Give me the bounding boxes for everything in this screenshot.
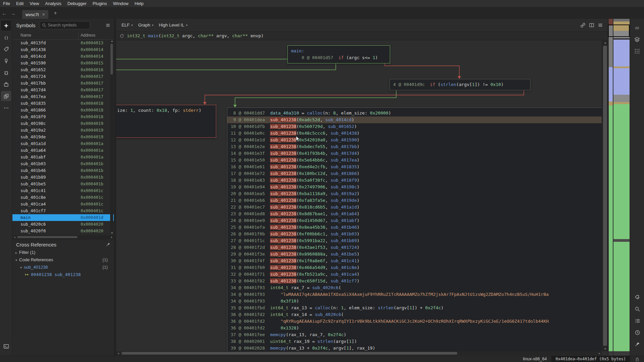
graph-node-main-block[interactable]: 8 @ 00401dd7 data_40a310 = calloc(n: 8, … [227,107,602,351]
hlil-line[interactable]: 20 @ 00401ea5 sub_401238(0xba1116a9, sub… [231,190,600,197]
hlil-line[interactable]: 13 @ 00401e2e sub_401238(0xbdecfe55, sub… [231,143,600,150]
close-icon[interactable]: × [42,12,45,17]
tree-caret-icon[interactable]: ▸ [15,251,17,255]
graph-canvas[interactable]: main: 0 @ 00401d57 if (argc s<= 1) 4 @ 0… [116,40,602,351]
hlil-line[interactable]: 36 @ 00401fd2 int64_t rax_14 = sub_4020c… [231,311,600,318]
feature-map-segment[interactable] [613,95,630,102]
more-icon[interactable] [1,103,11,113]
hlil-line[interactable]: 36 @ 00401fd2 0x1328) [231,325,600,331]
hlil-line[interactable]: 25 @ 00401efa sub_401238(0x8ea45b38, sub… [231,224,600,231]
menu-item-edit[interactable]: Edit [13,0,27,7]
hlil-line[interactable]: 14 @ 00401e3f sub_401238(0x41f93b4b, sub… [231,150,600,157]
hlil-line[interactable]: 18 @ 00401e83 sub_401238(0x5a0f38fc, sub… [231,177,600,184]
split-view-icon[interactable] [589,22,594,28]
scroll-left-icon[interactable]: ◂ [14,235,15,239]
hlil-line[interactable]: 38 @ 00402001 uint64_t rax_19 = strlen(a… [231,338,600,345]
menu-item-view[interactable]: View [27,0,42,7]
table-row[interactable]: sub_4017bb0x0004017 [12,80,114,87]
hlil-line[interactable]: 9 @ 00401dea sub_401238(0xadc52d, sub_40… [227,117,602,123]
feature-map-segment[interactable] [613,68,630,95]
hlil-line[interactable]: 16 @ 00401e61 sub_401238(0xed4e2cfb, sub… [231,164,600,170]
debugger-icon[interactable] [1,67,11,78]
hlil-line[interactable]: 22 @ 00401ec7 sub_401238(0x818cd6b5, sub… [231,204,600,211]
pin-icon[interactable] [106,242,110,247]
scroll-left-icon[interactable]: ◂ [118,352,119,355]
feature-map-segment[interactable] [613,351,630,356]
table-row[interactable]: main0x000401d [12,214,114,221]
scrollbar-thumb[interactable] [110,44,113,75]
hlil-line[interactable]: 17 @ 00401e72 sub_401238(0x180bc12d, sub… [231,170,600,177]
symbols-vertical-scrollbar[interactable]: ▲ ▼ [110,40,113,234]
table-row[interactable]: sub_4020f00x0004020 [12,228,114,234]
graph-horizontal-scrollbar[interactable]: ◂ ▸ [116,351,602,355]
table-row[interactable]: sub_401cf70x000401c [12,208,114,214]
tags-icon[interactable] [632,292,642,302]
scroll-up-icon[interactable]: ▲ [110,39,113,43]
lock-icon[interactable] [630,356,644,362]
table-row[interactable]: sub_401b890x000401b [12,174,114,181]
table-row[interactable]: sub_4017d40x0004017 [12,87,114,93]
sync-link-icon[interactable] [580,22,586,28]
pin-icon[interactable] [632,339,642,349]
table-row[interactable]: sub_4019de0x0004019 [12,134,114,140]
log-icon[interactable] [632,316,642,326]
table-row[interactable]: sub_4017240x0004017 [12,73,114,80]
function-signature-bar[interactable]: int32_t main(int32_t argc, char** argv, … [116,32,608,40]
hlil-line[interactable]: 11 @ 00401e0c sub_401238(0x48c5ccc6, sub… [231,130,600,137]
feature-map-segment[interactable] [613,19,630,21]
binary-type-dropdown[interactable]: ELF▾ [122,22,133,28]
table-row[interactable]: sub_401a640x000401a [12,147,114,154]
feature-map-segment[interactable] [613,239,630,242]
menu-item-analysis[interactable]: Analysis [42,0,64,7]
feature-map-segment[interactable] [609,105,613,351]
xref-row[interactable]: ▸Filter (1) [12,249,114,256]
back-icon[interactable]: ← [0,10,9,16]
feature-map-segment[interactable] [613,242,630,351]
memory-dots-icon[interactable] [632,46,642,56]
hlil-line[interactable]: 31 @ 00401f60 sub_401238(0x466a54d9, sub… [231,264,600,271]
hlil-line[interactable]: 21 @ 00401eb6 sub_401238(0xfa83fa5e, sub… [231,197,600,204]
memory-map-icon[interactable] [1,56,11,66]
stack-view-icon[interactable] [632,34,642,44]
variables-icon[interactable]: (x) [632,22,642,33]
table-row[interactable]: sub_4017ea0x0004017 [12,93,114,100]
menu-item-window[interactable]: Window [110,0,131,7]
new-tab-button[interactable]: + [52,10,59,16]
table-row[interactable]: sub_4019a20x0004019 [12,127,114,134]
hlil-line[interactable]: 10 @ 00401dfb sub_401238(0x560729d, sub_… [231,123,600,130]
components-icon[interactable] [1,91,11,101]
scrollbar-thumb[interactable] [122,352,457,355]
hlil-line[interactable]: 4 @ 00401d9c if (strlen(argv[1]) != 0x10… [393,81,527,88]
hlil-line[interactable]: 23 @ 00401ed8 sub_401238(0x8d67bae1, sub… [231,211,600,217]
feature-map-viewport[interactable] [608,25,630,37]
table-row[interactable]: sub_4016520x0004016 [12,66,114,73]
search-icon[interactable] [632,304,642,314]
console-icon[interactable] [1,341,11,351]
hlil-line[interactable]: 15 @ 00401e50 sub_401238(0x5e64bb6c, sub… [231,157,600,164]
hlil-line[interactable]: 34 @ 00401f93 "lwMAAAI7q4cABAAAm1TXOxaSi… [231,291,600,298]
table-row[interactable]: sub_401b460x000401b [12,167,114,174]
symbol-search-box[interactable] [40,21,90,29]
table-row[interactable]: sub_4014cd0x0004014 [12,53,114,60]
scroll-down-icon[interactable]: ▼ [604,347,607,351]
table-row[interactable]: sub_4020c60x0004020 [12,221,114,228]
graph-vertical-scrollbar[interactable]: ▲ ▼ [602,40,608,351]
table-row[interactable]: sub_4013fd0x0004013 [12,40,114,46]
hlil-line[interactable]: 0 @ 00401d57 if (argc s<= 1) [291,54,386,61]
table-row[interactable]: sub_401be50x000401b [12,181,114,187]
scroll-up-icon[interactable]: ▲ [604,41,607,44]
table-row[interactable]: sub_401c410x000401c [12,187,114,194]
hlil-line[interactable]: 34 @ 00401f93 int64_t rax_7 = sub_4020c6… [231,284,600,291]
forward-icon[interactable]: → [9,10,17,16]
feature-map-segment[interactable] [613,40,630,66]
table-row[interactable]: sub_4018660x0004018 [12,107,114,114]
hlil-line[interactable]: 39 @ 00402028 memcpy(rax_13 + 0x2f4c, ar… [231,345,600,351]
table-row[interactable]: sub_4018f90x0004018 [12,114,114,120]
column-address[interactable]: Address [81,33,95,38]
table-row[interactable]: sub_401a1d0x000401a [12,140,114,147]
feature-map-segment[interactable] [609,67,613,101]
scroll-right-icon[interactable]: ▸ [599,352,600,355]
table-row[interactable]: sub_401ca40x000401c [12,201,114,208]
tree-caret-icon[interactable]: ▾ [20,266,22,269]
tab-wvsc7t[interactable]: wvsc7t × [22,10,48,19]
